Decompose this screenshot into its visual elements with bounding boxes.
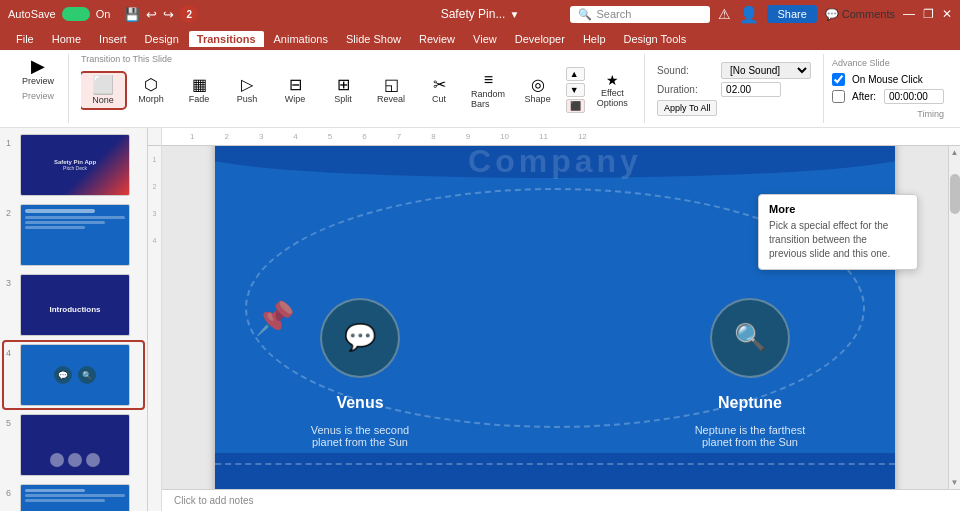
slide-thumb-2 bbox=[20, 204, 130, 266]
scroll-up-arrow[interactable]: ▲ bbox=[949, 146, 960, 159]
notes-bar[interactable]: Click to add notes bbox=[162, 489, 960, 511]
main-area: 1 Safety Pin App Pitch Deck 2 bbox=[0, 128, 960, 511]
sound-row: Sound: [No Sound] bbox=[657, 62, 811, 79]
close-btn[interactable]: ✕ bbox=[942, 7, 952, 21]
venus-desc: Venus is the second planet from the Sun bbox=[295, 424, 425, 448]
account-icon[interactable]: 👤 bbox=[739, 5, 759, 24]
slide-thumb-6 bbox=[20, 484, 130, 511]
more-transitions[interactable]: ⬛ bbox=[566, 99, 585, 113]
transition-random-bars[interactable]: ≡ Random Bars bbox=[465, 69, 512, 112]
scroll-down-arrow[interactable]: ▼ bbox=[949, 476, 960, 489]
share-button[interactable]: Share bbox=[767, 5, 816, 23]
menu-file[interactable]: File bbox=[8, 31, 42, 47]
menu-transitions[interactable]: Transitions bbox=[189, 31, 264, 47]
on-mouse-click-checkbox[interactable] bbox=[832, 73, 845, 86]
ribbon-panel: ▶ Preview Preview Transition to This Sli… bbox=[0, 50, 960, 128]
menu-bar: File Home Insert Design Transitions Anim… bbox=[0, 28, 960, 50]
slide-item-5[interactable]: 5 bbox=[4, 412, 143, 478]
wipe-icon: ⊟ bbox=[289, 77, 302, 93]
canvas-scroll-area: Company 📌 💬 Venus Venus is the second pl… bbox=[162, 146, 960, 489]
autosave-state: On bbox=[96, 8, 111, 20]
alert-icon: ⚠ bbox=[718, 6, 731, 22]
slide-item-2[interactable]: 2 bbox=[4, 202, 143, 268]
restore-btn[interactable]: ❐ bbox=[923, 7, 934, 21]
menu-view[interactable]: View bbox=[465, 31, 505, 47]
preview-label: Preview bbox=[22, 76, 54, 86]
neptune-icon: 🔍 bbox=[734, 322, 766, 353]
menu-design-tools[interactable]: Design Tools bbox=[616, 31, 695, 47]
slide-thumb-5 bbox=[20, 414, 130, 476]
autosave-toggle[interactable] bbox=[62, 7, 90, 21]
title-bar: AutoSave On 💾 ↩ ↪ 2 Safety Pin... ▼ 🔍 Se… bbox=[0, 0, 960, 28]
apply-all-row: Apply To All bbox=[657, 100, 811, 116]
duration-input[interactable] bbox=[721, 82, 781, 97]
cut-icon: ✂ bbox=[433, 77, 446, 93]
canvas-area: 123456789101112 Company 📌 bbox=[162, 128, 960, 511]
transition-shape[interactable]: ◎ Shape bbox=[516, 74, 560, 107]
slide-num-6: 6 bbox=[6, 488, 16, 498]
neptune-circle: 🔍 bbox=[710, 298, 790, 378]
none-icon: ⬜ bbox=[92, 76, 114, 94]
after-label: After: bbox=[852, 91, 876, 102]
scroll-arrows-transitions: ▲ ▼ ⬛ bbox=[566, 67, 585, 113]
ribbon-group-preview: ▶ Preview Preview bbox=[8, 54, 69, 123]
slide-item-3[interactable]: 3 Introductions bbox=[4, 272, 143, 338]
random-bars-icon: ≡ bbox=[484, 72, 493, 88]
undo-icon[interactable]: ↩ bbox=[146, 7, 157, 22]
slide-item-1[interactable]: 1 Safety Pin App Pitch Deck bbox=[4, 132, 143, 198]
comments-button[interactable]: 💬 Comments bbox=[825, 8, 895, 21]
transition-none[interactable]: ⬜ None bbox=[81, 73, 125, 108]
slides-panel: 1 Safety Pin App Pitch Deck 2 bbox=[0, 128, 148, 511]
ribbon-actions: 🔍 Search ⚠ 👤 Share 💬 Comments — ❐ ✕ bbox=[570, 5, 952, 24]
menu-review[interactable]: Review bbox=[411, 31, 463, 47]
menu-help[interactable]: Help bbox=[575, 31, 614, 47]
scroll-down-transitions[interactable]: ▼ bbox=[566, 83, 585, 97]
menu-developer[interactable]: Developer bbox=[507, 31, 573, 47]
search-box[interactable]: 🔍 Search bbox=[570, 6, 710, 23]
push-icon: ▷ bbox=[241, 77, 253, 93]
tooltip-popup: More Pick a special effect for the trans… bbox=[758, 194, 918, 270]
slide-item-4[interactable]: 4 💬 🔍 bbox=[4, 342, 143, 408]
advance-slide-label: Advance Slide bbox=[832, 58, 944, 68]
slide-item-6[interactable]: 6 bbox=[4, 482, 143, 511]
transition-split[interactable]: ⊞ Split bbox=[321, 74, 365, 107]
duration-label: Duration: bbox=[657, 84, 717, 95]
menu-design[interactable]: Design bbox=[137, 31, 187, 47]
tooltip-title: More bbox=[769, 203, 907, 215]
menu-animations[interactable]: Animations bbox=[266, 31, 336, 47]
vertical-ruler: 1234 bbox=[148, 128, 162, 511]
menu-slideshow[interactable]: Slide Show bbox=[338, 31, 409, 47]
scroll-up-transitions[interactable]: ▲ bbox=[566, 67, 585, 81]
transition-push[interactable]: ▷ Push bbox=[225, 74, 269, 107]
menu-home[interactable]: Home bbox=[44, 31, 89, 47]
slide-num-3: 3 bbox=[6, 278, 16, 288]
effect-options-button[interactable]: ★ Effect Options bbox=[589, 70, 636, 111]
neptune-desc: Neptune is the farthest planet from the … bbox=[685, 424, 815, 448]
scrollbar-thumb[interactable] bbox=[950, 174, 960, 214]
menu-insert[interactable]: Insert bbox=[91, 31, 135, 47]
sound-select[interactable]: [No Sound] bbox=[721, 62, 811, 79]
venus-icon: 💬 bbox=[344, 322, 376, 353]
after-input[interactable] bbox=[884, 89, 944, 104]
search-text: Search bbox=[596, 8, 631, 20]
save-icon[interactable]: 💾 bbox=[124, 7, 140, 22]
apply-all-button[interactable]: Apply To All bbox=[657, 100, 717, 116]
transition-fade[interactable]: ▦ Fade bbox=[177, 74, 221, 107]
vertical-scrollbar[interactable]: ▲ ▼ bbox=[948, 146, 960, 489]
transition-reveal[interactable]: ◱ Reveal bbox=[369, 74, 413, 107]
effect-icon: ★ bbox=[606, 73, 619, 87]
safety-pin-icon: 📌 bbox=[255, 299, 295, 337]
transition-cut[interactable]: ✂ Cut bbox=[417, 74, 461, 107]
transition-morph[interactable]: ⬡ Morph bbox=[129, 74, 173, 107]
morph-icon: ⬡ bbox=[144, 77, 158, 93]
slide-num-4: 4 bbox=[6, 348, 16, 358]
after-checkbox[interactable] bbox=[832, 90, 845, 103]
redo-icon[interactable]: ↪ bbox=[163, 7, 174, 22]
neptune-card: 🔍 Neptune Neptune is the farthest planet… bbox=[685, 298, 815, 448]
ribbon-advance-panel: Advance Slide On Mouse Click After: Timi… bbox=[823, 54, 952, 123]
title-dropdown-icon[interactable]: ▼ bbox=[509, 9, 519, 20]
transition-wipe[interactable]: ⊟ Wipe bbox=[273, 74, 317, 107]
neptune-name: Neptune bbox=[718, 394, 782, 412]
preview-button[interactable]: ▶ Preview bbox=[16, 54, 60, 89]
minimize-btn[interactable]: — bbox=[903, 7, 915, 21]
